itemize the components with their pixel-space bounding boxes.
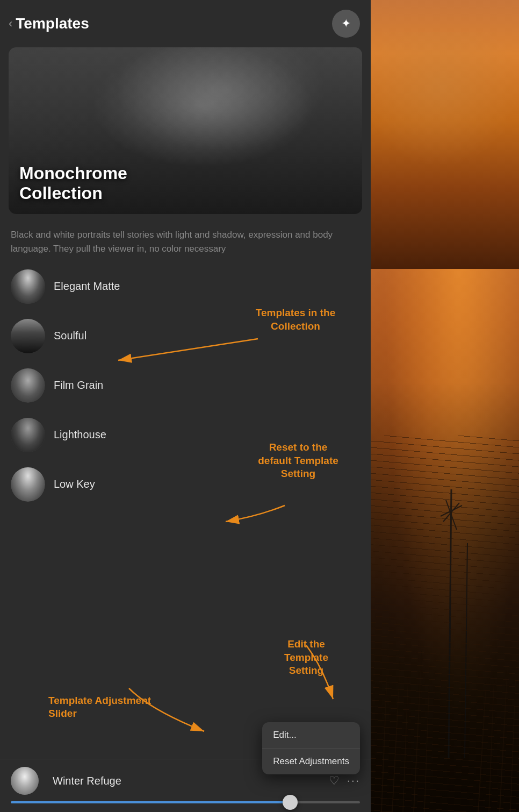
active-template-name: Winter Refuge xyxy=(53,775,321,787)
heart-icon[interactable]: ♡ xyxy=(329,774,340,788)
slider-thumb[interactable] xyxy=(283,795,298,810)
more-options-button[interactable]: ··· xyxy=(347,774,360,788)
header-left: ‹ Templates xyxy=(9,15,89,32)
wheat-silhouette xyxy=(371,436,519,812)
magic-icon: ✦ xyxy=(341,17,351,31)
template-name: Lighthouse xyxy=(54,429,106,441)
collection-image: Monochrome Collection xyxy=(9,47,362,214)
slider-container[interactable] xyxy=(0,799,371,812)
svg-line-11 xyxy=(403,672,408,812)
context-menu: Edit... Reset Adjustments xyxy=(262,722,360,774)
magic-button[interactable]: ✦ xyxy=(332,10,360,38)
collection-description: Black and white portraits tell stories w… xyxy=(0,218,371,262)
template-name: Film Grain xyxy=(54,379,103,391)
svg-line-17 xyxy=(510,678,516,812)
svg-line-4 xyxy=(449,489,451,758)
svg-line-5 xyxy=(465,543,467,758)
collection-title: Monochrome Collection xyxy=(19,163,127,203)
avatar xyxy=(11,368,45,403)
list-item[interactable]: Elegant Matte xyxy=(0,262,371,311)
avatar xyxy=(11,319,45,353)
svg-line-13 xyxy=(424,667,430,812)
list-item[interactable]: Film Grain xyxy=(0,361,371,410)
active-template-avatar xyxy=(11,767,39,795)
slider-track xyxy=(11,801,360,803)
back-button[interactable]: ‹ xyxy=(9,17,12,31)
left-panel: ‹ Templates ✦ Monochrome Collection ☆ Bl… xyxy=(0,0,371,812)
right-panel xyxy=(371,0,519,812)
svg-line-10 xyxy=(392,661,400,812)
list-item[interactable]: Low Key xyxy=(0,460,371,509)
avatar xyxy=(11,418,45,452)
svg-line-14 xyxy=(478,683,486,812)
context-menu-edit[interactable]: Edit... xyxy=(262,722,360,749)
template-name: Low Key xyxy=(54,478,95,490)
svg-line-12 xyxy=(414,651,422,812)
template-name: Soulful xyxy=(54,330,86,342)
collection-section: Monochrome Collection ☆ xyxy=(0,43,371,218)
header: ‹ Templates ✦ xyxy=(0,0,371,43)
svg-line-16 xyxy=(500,661,508,812)
context-menu-reset[interactable]: Reset Adjustments xyxy=(262,749,360,774)
avatar xyxy=(11,269,45,304)
svg-line-6 xyxy=(441,505,462,516)
list-item[interactable]: Lighthouse xyxy=(0,410,371,460)
template-name: Elegant Matte xyxy=(54,280,120,293)
svg-line-7 xyxy=(446,500,457,530)
list-item[interactable]: Soulful xyxy=(0,311,371,361)
slider-fill xyxy=(11,801,290,803)
avatar xyxy=(11,467,45,502)
svg-line-9 xyxy=(381,678,387,812)
svg-line-8 xyxy=(443,503,459,522)
page-title: Templates xyxy=(16,15,89,32)
svg-line-15 xyxy=(489,672,494,812)
